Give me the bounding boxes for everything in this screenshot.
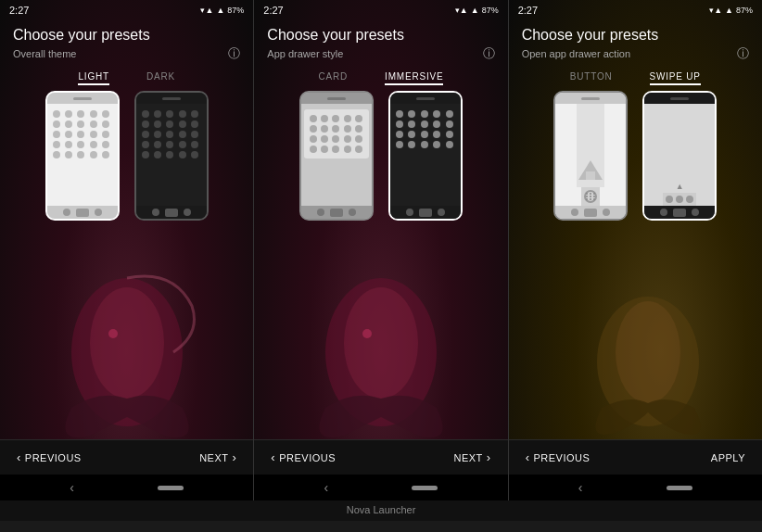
btn-dot (593, 193, 595, 195)
panel2-subtitle: App drawer style (267, 48, 343, 59)
next-button-2[interactable]: NEXT › (453, 447, 490, 468)
screen-swipe: ▲ (644, 104, 715, 206)
phone-dark[interactable] (134, 91, 209, 221)
dot (90, 120, 97, 128)
info-icon-1[interactable]: ⓘ (228, 45, 240, 62)
phone-swipe-style[interactable]: ▲ (642, 91, 717, 221)
btn-dot (593, 198, 595, 200)
phone-card[interactable] (299, 91, 374, 221)
panel2-title: Choose your presets (267, 26, 494, 44)
nav-home-swipe (673, 209, 686, 217)
status-bar-1: 2:27 ▾▲ ▲ 87% (0, 0, 253, 20)
dot (65, 110, 72, 118)
sys-back-2[interactable]: ‹ (324, 480, 328, 495)
dot (142, 120, 149, 128)
dot (408, 131, 415, 138)
phone-top-3 (301, 93, 372, 104)
dot (332, 125, 339, 133)
dot (179, 110, 186, 118)
option-button[interactable]: BUTTON (570, 71, 613, 85)
phone-button-style[interactable] (553, 91, 628, 221)
svg-rect-9 (586, 171, 595, 180)
status-bar-3: 2:27 ▾▲ ▲ 87% (509, 0, 762, 20)
option-light[interactable]: LIGHT (78, 71, 108, 85)
dot (332, 115, 339, 122)
dot (344, 125, 351, 133)
apply-button[interactable]: APPLY (711, 449, 745, 467)
dot (142, 141, 149, 148)
screen-light (47, 104, 118, 206)
dot (65, 141, 72, 148)
previous-button-2[interactable]: ‹ PREVIOUS (271, 447, 336, 468)
option-card[interactable]: CARD (319, 71, 349, 85)
dot (102, 110, 109, 118)
speaker-4 (416, 97, 435, 100)
dot (344, 135, 351, 143)
dot (396, 110, 403, 118)
chevron-left-1: ‹ (17, 450, 21, 464)
phone-bottom-light (47, 206, 118, 219)
dot (102, 141, 109, 148)
btn-dot (586, 193, 588, 195)
nav-back-imm (406, 209, 413, 216)
dot (166, 131, 173, 138)
phone-top-1 (47, 93, 118, 104)
dot (90, 151, 97, 158)
dot (446, 120, 453, 128)
battery-icon-2: 87% (482, 6, 499, 15)
info-icon-3[interactable]: ⓘ (737, 45, 749, 62)
dot (53, 141, 60, 148)
dot (355, 146, 362, 153)
dot (191, 131, 198, 138)
dot (433, 120, 440, 128)
bottom-nav-1: ‹ PREVIOUS NEXT › (0, 439, 253, 475)
previous-button-3[interactable]: ‹ PREVIOUS (526, 447, 591, 468)
dot (102, 151, 109, 158)
dot (433, 110, 440, 118)
sys-back-3[interactable]: ‹ (578, 480, 583, 495)
swipe-up-indicator: ▲ (676, 183, 684, 191)
status-time-2: 2:27 (263, 5, 283, 16)
phone-light[interactable] (45, 91, 120, 221)
dot (90, 141, 97, 148)
sys-home-3[interactable] (667, 486, 692, 490)
panel-app-drawer-action: 2:27 ▾▲ ▲ 87% Choose your presets Open a… (509, 0, 762, 500)
phone-bottom-card (301, 206, 372, 219)
dot (53, 131, 60, 138)
dot (396, 131, 403, 138)
previous-button-1[interactable]: ‹ PREVIOUS (17, 447, 82, 468)
next-button-1[interactable]: NEXT › (199, 447, 236, 468)
dot (53, 120, 60, 128)
btn-dot (593, 196, 595, 197)
dock-area (581, 187, 600, 206)
nav-back-card (317, 209, 324, 216)
sys-back-1[interactable]: ‹ (70, 480, 74, 495)
dot (166, 120, 173, 128)
dot (408, 120, 415, 128)
dot (321, 115, 328, 122)
header-3: Choose your presets Open app drawer acti… (509, 20, 762, 66)
dot (179, 141, 186, 148)
dot (102, 120, 109, 128)
option-dark[interactable]: DARK (146, 71, 175, 85)
nav-recent-card (349, 209, 356, 216)
status-icons-3: ▾▲ ▲ 87% (709, 6, 753, 15)
panel1-content: 2:27 ▾▲ ▲ 87% Choose your presets Overal… (0, 0, 253, 500)
chevron-right-1: › (232, 450, 236, 464)
dot (142, 110, 149, 118)
dot (344, 115, 351, 122)
dot (90, 131, 97, 138)
sys-home-2[interactable] (412, 486, 438, 490)
info-icon-2[interactable]: ⓘ (483, 45, 495, 62)
dot (355, 125, 362, 133)
nav-back-btn (571, 209, 578, 216)
sys-home-1[interactable] (158, 486, 184, 490)
header-1: Choose your presets Overall theme ⓘ (0, 20, 253, 66)
signal-icon-2: ▾▲ (455, 6, 468, 15)
panel3-title: Choose your presets (522, 26, 749, 44)
phone-immersive[interactable] (388, 91, 463, 221)
option-swipe-up[interactable]: SWIPE UP (650, 71, 701, 85)
option-immersive[interactable]: IMMERSIVE (385, 71, 443, 85)
dot (77, 110, 84, 118)
dot (310, 135, 317, 143)
